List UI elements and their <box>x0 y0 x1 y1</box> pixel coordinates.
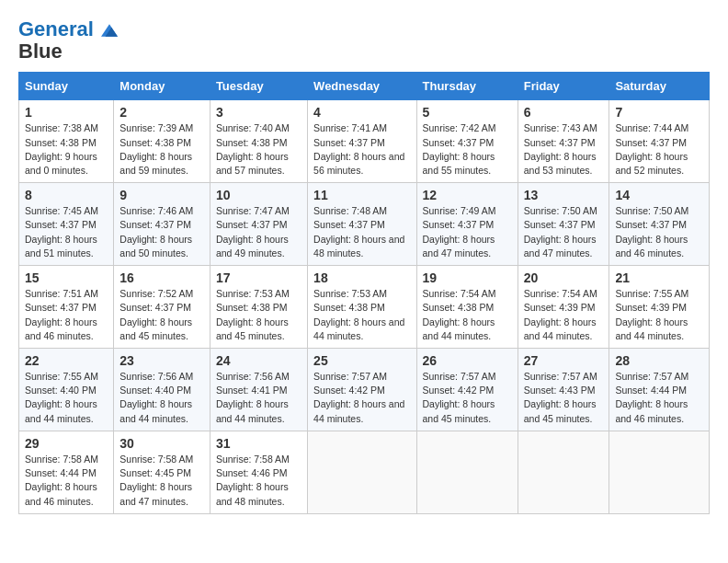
day-number: 21 <box>615 270 703 285</box>
weekday-header-sunday: Sunday <box>19 73 114 100</box>
calendar-week-4: 22 Sunrise: 7:55 AMSunset: 4:40 PMDaylig… <box>19 349 710 431</box>
day-number: 16 <box>119 270 204 285</box>
weekday-header-monday: Monday <box>114 73 210 100</box>
weekday-header-thursday: Thursday <box>416 73 518 100</box>
calendar-cell: 8 Sunrise: 7:45 AMSunset: 4:37 PMDayligh… <box>19 183 114 266</box>
logo-text: General <box>18 18 118 40</box>
calendar-cell: 22 Sunrise: 7:55 AMSunset: 4:40 PMDaylig… <box>19 349 114 431</box>
day-number: 14 <box>615 188 703 202</box>
day-number: 26 <box>423 353 512 368</box>
calendar-cell: 20 Sunrise: 7:54 AMSunset: 4:39 PMDaylig… <box>518 266 609 349</box>
calendar-cell: 17 Sunrise: 7:53 AMSunset: 4:38 PMDaylig… <box>210 266 307 349</box>
calendar-cell: 6 Sunrise: 7:43 AMSunset: 4:37 PMDayligh… <box>518 100 609 183</box>
day-info: Sunrise: 7:58 AMSunset: 4:45 PMDaylight:… <box>119 454 193 507</box>
calendar-cell: 31 Sunrise: 7:58 AMSunset: 4:46 PMDaylig… <box>210 431 307 513</box>
calendar-cell: 16 Sunrise: 7:52 AMSunset: 4:37 PMDaylig… <box>114 266 210 349</box>
day-info: Sunrise: 7:39 AMSunset: 4:38 PMDaylight:… <box>119 122 193 176</box>
calendar-cell: 4 Sunrise: 7:41 AMSunset: 4:37 PMDayligh… <box>308 100 416 183</box>
calendar-cell: 23 Sunrise: 7:56 AMSunset: 4:40 PMDaylig… <box>114 349 210 431</box>
day-number: 8 <box>25 188 108 202</box>
day-info: Sunrise: 7:50 AMSunset: 4:37 PMDaylight:… <box>524 205 597 259</box>
day-number: 30 <box>119 436 204 451</box>
day-number: 20 <box>524 270 604 285</box>
calendar-cell: 25 Sunrise: 7:57 AMSunset: 4:42 PMDaylig… <box>308 349 416 431</box>
calendar-table: SundayMondayTuesdayWednesdayThursdayFrid… <box>18 72 710 513</box>
day-number: 4 <box>313 105 410 120</box>
day-info: Sunrise: 7:57 AMSunset: 4:43 PMDaylight:… <box>524 371 597 424</box>
day-number: 3 <box>216 105 301 120</box>
day-info: Sunrise: 7:54 AMSunset: 4:38 PMDaylight:… <box>423 288 496 341</box>
day-info: Sunrise: 7:55 AMSunset: 4:39 PMDaylight:… <box>615 288 688 341</box>
day-info: Sunrise: 7:56 AMSunset: 4:41 PMDaylight:… <box>216 371 290 424</box>
calendar-cell: 21 Sunrise: 7:55 AMSunset: 4:39 PMDaylig… <box>609 266 710 349</box>
day-number: 1 <box>25 105 108 120</box>
calendar-week-5: 29 Sunrise: 7:58 AMSunset: 4:44 PMDaylig… <box>19 431 710 513</box>
calendar-cell: 3 Sunrise: 7:40 AMSunset: 4:38 PMDayligh… <box>210 100 307 183</box>
calendar-cell: 2 Sunrise: 7:39 AMSunset: 4:38 PMDayligh… <box>114 100 210 183</box>
calendar-week-2: 8 Sunrise: 7:45 AMSunset: 4:37 PMDayligh… <box>19 183 710 266</box>
day-info: Sunrise: 7:45 AMSunset: 4:37 PMDaylight:… <box>25 205 98 259</box>
calendar-cell <box>609 431 710 513</box>
day-info: Sunrise: 7:53 AMSunset: 4:38 PMDaylight:… <box>313 288 404 341</box>
day-info: Sunrise: 7:47 AMSunset: 4:37 PMDaylight:… <box>216 205 290 259</box>
day-info: Sunrise: 7:42 AMSunset: 4:37 PMDaylight:… <box>423 122 496 176</box>
day-info: Sunrise: 7:51 AMSunset: 4:37 PMDaylight:… <box>25 288 98 341</box>
day-number: 13 <box>524 188 604 202</box>
day-number: 22 <box>25 353 108 368</box>
day-number: 7 <box>615 105 703 120</box>
day-number: 9 <box>119 188 204 202</box>
weekday-header-friday: Friday <box>518 73 609 100</box>
day-number: 29 <box>25 436 108 451</box>
calendar-cell: 9 Sunrise: 7:46 AMSunset: 4:37 PMDayligh… <box>114 183 210 266</box>
calendar-cell <box>308 431 416 513</box>
weekday-header-saturday: Saturday <box>609 73 710 100</box>
calendar-week-1: 1 Sunrise: 7:38 AMSunset: 4:38 PMDayligh… <box>19 100 710 183</box>
day-number: 28 <box>615 353 703 368</box>
day-info: Sunrise: 7:43 AMSunset: 4:37 PMDaylight:… <box>524 122 597 176</box>
day-info: Sunrise: 7:53 AMSunset: 4:38 PMDaylight:… <box>216 288 290 341</box>
day-info: Sunrise: 7:38 AMSunset: 4:38 PMDaylight:… <box>25 122 98 176</box>
day-number: 19 <box>423 270 512 285</box>
calendar-cell: 11 Sunrise: 7:48 AMSunset: 4:37 PMDaylig… <box>308 183 416 266</box>
day-number: 15 <box>25 270 108 285</box>
logo-blue: Blue <box>18 40 63 63</box>
day-number: 12 <box>423 188 512 202</box>
weekday-header-wednesday: Wednesday <box>308 73 416 100</box>
day-info: Sunrise: 7:49 AMSunset: 4:37 PMDaylight:… <box>423 205 496 259</box>
day-info: Sunrise: 7:40 AMSunset: 4:38 PMDaylight:… <box>216 122 290 176</box>
calendar-cell: 10 Sunrise: 7:47 AMSunset: 4:37 PMDaylig… <box>210 183 307 266</box>
calendar-cell: 18 Sunrise: 7:53 AMSunset: 4:38 PMDaylig… <box>308 266 416 349</box>
day-number: 18 <box>313 270 410 285</box>
calendar-cell: 28 Sunrise: 7:57 AMSunset: 4:44 PMDaylig… <box>609 349 710 431</box>
day-number: 10 <box>216 188 301 202</box>
calendar-cell: 19 Sunrise: 7:54 AMSunset: 4:38 PMDaylig… <box>416 266 518 349</box>
day-info: Sunrise: 7:52 AMSunset: 4:37 PMDaylight:… <box>119 288 193 341</box>
calendar-cell: 13 Sunrise: 7:50 AMSunset: 4:37 PMDaylig… <box>518 183 609 266</box>
calendar-cell: 5 Sunrise: 7:42 AMSunset: 4:37 PMDayligh… <box>416 100 518 183</box>
page-header: General Blue <box>18 18 710 63</box>
calendar-cell <box>416 431 518 513</box>
weekday-header-tuesday: Tuesday <box>210 73 307 100</box>
day-number: 2 <box>119 105 204 120</box>
calendar-cell: 1 Sunrise: 7:38 AMSunset: 4:38 PMDayligh… <box>19 100 114 183</box>
calendar-cell <box>518 431 609 513</box>
calendar-week-3: 15 Sunrise: 7:51 AMSunset: 4:37 PMDaylig… <box>19 266 710 349</box>
calendar-cell: 14 Sunrise: 7:50 AMSunset: 4:37 PMDaylig… <box>609 183 710 266</box>
day-info: Sunrise: 7:50 AMSunset: 4:37 PMDaylight:… <box>615 205 688 259</box>
day-number: 25 <box>313 353 410 368</box>
day-info: Sunrise: 7:54 AMSunset: 4:39 PMDaylight:… <box>524 288 597 341</box>
day-info: Sunrise: 7:56 AMSunset: 4:40 PMDaylight:… <box>119 371 193 424</box>
day-number: 27 <box>524 353 604 368</box>
calendar-cell: 12 Sunrise: 7:49 AMSunset: 4:37 PMDaylig… <box>416 183 518 266</box>
day-number: 6 <box>524 105 604 120</box>
day-info: Sunrise: 7:58 AMSunset: 4:44 PMDaylight:… <box>25 454 98 507</box>
day-info: Sunrise: 7:58 AMSunset: 4:46 PMDaylight:… <box>216 454 290 507</box>
calendar-cell: 27 Sunrise: 7:57 AMSunset: 4:43 PMDaylig… <box>518 349 609 431</box>
day-number: 17 <box>216 270 301 285</box>
day-info: Sunrise: 7:55 AMSunset: 4:40 PMDaylight:… <box>25 371 98 424</box>
day-number: 11 <box>313 188 410 202</box>
day-info: Sunrise: 7:57 AMSunset: 4:42 PMDaylight:… <box>423 371 496 424</box>
day-info: Sunrise: 7:57 AMSunset: 4:44 PMDaylight:… <box>615 371 688 424</box>
day-info: Sunrise: 7:48 AMSunset: 4:37 PMDaylight:… <box>313 205 404 259</box>
day-info: Sunrise: 7:46 AMSunset: 4:37 PMDaylight:… <box>119 205 193 259</box>
